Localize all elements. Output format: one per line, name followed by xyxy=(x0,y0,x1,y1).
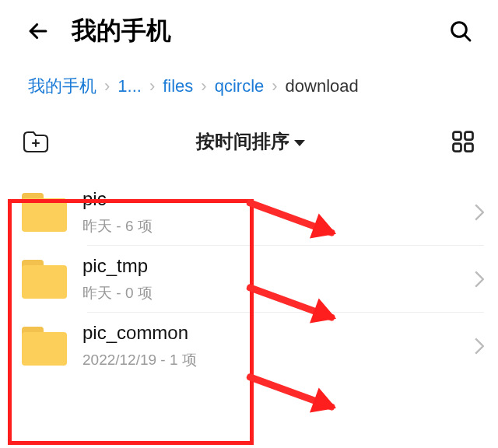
breadcrumb-item[interactable]: files xyxy=(163,76,193,96)
folder-icon xyxy=(22,327,67,366)
breadcrumb-item-current: download xyxy=(286,76,359,96)
folder-name: pic_tmp xyxy=(82,255,459,277)
list-item[interactable]: pic_common 2022/12/19 - 1 项 xyxy=(0,313,498,380)
breadcrumb-item[interactable]: 我的手机 xyxy=(28,75,96,98)
grid-icon xyxy=(451,130,475,153)
chevron-right-icon xyxy=(475,271,484,288)
grid-view-button[interactable] xyxy=(451,130,475,153)
sort-button[interactable]: 按时间排序 xyxy=(50,129,451,154)
folder-list: pic 昨天 - 6 项 pic_tmp 昨天 - 0 项 pic_common… xyxy=(0,179,498,380)
svg-rect-2 xyxy=(465,132,473,140)
list-item[interactable]: pic 昨天 - 6 项 xyxy=(0,179,498,246)
svg-rect-3 xyxy=(454,144,461,152)
chevron-right-icon: › xyxy=(148,76,156,96)
folder-name: pic xyxy=(82,188,459,210)
list-item-text: pic_tmp 昨天 - 0 项 xyxy=(82,255,459,303)
list-item-text: pic 昨天 - 6 项 xyxy=(82,188,459,236)
chevron-right-icon: › xyxy=(199,76,208,96)
page-title: 我的手机 xyxy=(72,14,428,48)
breadcrumb: 我的手机 › 1... › files › qcircle › download xyxy=(0,54,498,110)
search-button[interactable] xyxy=(448,19,473,44)
chevron-right-icon xyxy=(475,204,484,221)
folder-plus-icon xyxy=(22,130,50,153)
chevron-right-icon: › xyxy=(270,76,279,96)
svg-rect-1 xyxy=(454,132,461,140)
chevron-right-icon: › xyxy=(103,76,111,96)
caret-down-icon xyxy=(294,140,305,146)
back-button[interactable] xyxy=(25,18,51,44)
header: 我的手机 xyxy=(0,0,498,54)
folder-name: pic_common xyxy=(82,322,459,344)
toolbar: 按时间排序 xyxy=(0,110,498,165)
new-folder-button[interactable] xyxy=(22,130,50,153)
folder-meta: 2022/12/19 - 1 项 xyxy=(82,350,459,370)
chevron-right-icon xyxy=(475,338,484,355)
folder-icon xyxy=(22,193,67,232)
folder-icon xyxy=(22,260,67,299)
arrow-left-icon xyxy=(25,18,51,44)
folder-meta: 昨天 - 6 项 xyxy=(82,216,459,236)
sort-label: 按时间排序 xyxy=(196,129,289,154)
folder-meta: 昨天 - 0 项 xyxy=(82,283,459,303)
list-item[interactable]: pic_tmp 昨天 - 0 项 xyxy=(0,246,498,313)
breadcrumb-item[interactable]: 1... xyxy=(117,76,142,96)
list-item-text: pic_common 2022/12/19 - 1 项 xyxy=(82,322,459,370)
svg-rect-4 xyxy=(465,144,473,152)
search-icon xyxy=(448,19,473,44)
breadcrumb-item[interactable]: qcircle xyxy=(215,76,265,96)
